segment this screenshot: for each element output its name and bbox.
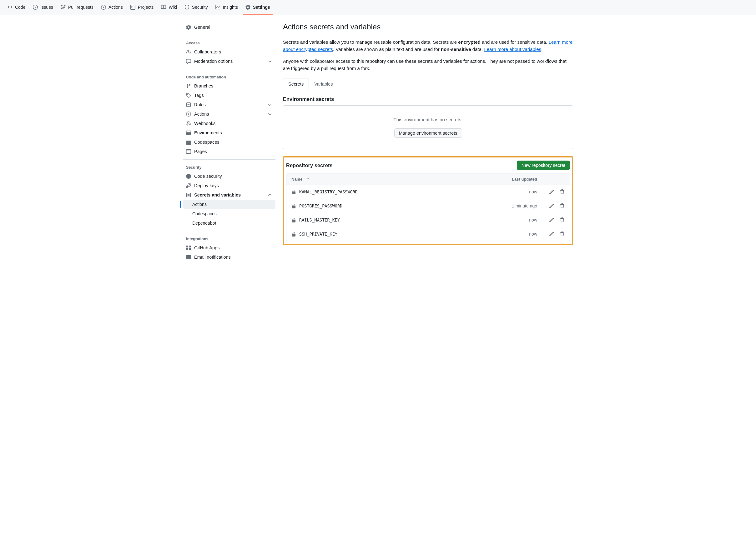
repo-nav-projects[interactable]: Projects bbox=[128, 0, 156, 15]
project-icon bbox=[130, 5, 135, 10]
secret-name: POSTGRES_PASSWORD bbox=[291, 204, 484, 209]
sidebar-heading: Access bbox=[183, 38, 275, 47]
manage-env-secrets-button[interactable]: Manage environment secrets bbox=[394, 128, 462, 138]
repo-nav-insights[interactable]: Insights bbox=[213, 0, 240, 15]
new-repo-secret-button[interactable]: New repository secret bbox=[517, 161, 570, 170]
repo-nav-wiki[interactable]: Wiki bbox=[159, 0, 179, 15]
repo-nav-security[interactable]: Security bbox=[182, 0, 210, 15]
repo-secrets-title: Repository secrets bbox=[286, 163, 333, 169]
gear-icon bbox=[245, 5, 250, 10]
sidebar-item-tags[interactable]: Tags bbox=[183, 91, 275, 100]
trash-icon[interactable] bbox=[560, 218, 565, 223]
sidebar-item-deploy-keys[interactable]: Deploy keys bbox=[183, 181, 275, 190]
secret-name: RAILS_MASTER_KEY bbox=[291, 218, 484, 223]
people-icon bbox=[186, 49, 191, 54]
repo-nav-issues[interactable]: Issues bbox=[30, 0, 55, 15]
chevron-up-icon bbox=[267, 193, 272, 198]
sidebar-item-moderation-options[interactable]: Moderation options bbox=[183, 57, 275, 66]
secret-actions bbox=[537, 232, 565, 237]
sidebar-item-collaborators[interactable]: Collaborators bbox=[183, 47, 275, 57]
sidebar-subitem-codespaces[interactable]: Codespaces bbox=[183, 209, 275, 219]
repo-nav-pull-requests[interactable]: Pull requests bbox=[58, 0, 96, 15]
secret-actions bbox=[537, 189, 565, 194]
repo-secrets-highlight: Repository secrets New repository secret… bbox=[283, 156, 573, 245]
codespaces-icon bbox=[186, 140, 191, 145]
tag-icon bbox=[186, 93, 191, 98]
trash-icon[interactable] bbox=[560, 232, 565, 237]
sidebar-subitem-actions[interactable]: Actions bbox=[183, 200, 275, 209]
sidebar-item-codespaces[interactable]: Codespaces bbox=[183, 138, 275, 147]
secret-updated: now bbox=[484, 189, 537, 194]
sidebar-item-general[interactable]: General bbox=[183, 23, 275, 32]
webhook-icon bbox=[186, 121, 191, 126]
pencil-icon[interactable] bbox=[549, 189, 554, 194]
settings-sidebar: General AccessCollaboratorsModeration op… bbox=[183, 23, 275, 262]
secret-updated: now bbox=[484, 218, 537, 223]
sidebar-heading: Integrations bbox=[183, 234, 275, 243]
browser-icon bbox=[186, 149, 191, 154]
sidebar-item-email-notifications[interactable]: Email notifications bbox=[183, 253, 275, 262]
link-variables[interactable]: Learn more about variables bbox=[484, 47, 541, 52]
secret-name: SSH_PRIVATE_KEY bbox=[291, 232, 484, 237]
table-row: POSTGRES_PASSWORD 1 minute ago bbox=[286, 199, 570, 213]
apps-icon bbox=[186, 245, 191, 250]
table-header: Name Last updated bbox=[286, 174, 570, 185]
sidebar-item-actions[interactable]: Actions bbox=[183, 109, 275, 119]
description-2: Anyone with collaborator access to this … bbox=[283, 58, 573, 72]
tab-variables[interactable]: Variables bbox=[309, 78, 338, 90]
table-row: RAILS_MASTER_KEY now bbox=[286, 213, 570, 227]
lock-icon bbox=[291, 190, 296, 194]
secret-actions bbox=[537, 204, 565, 209]
sidebar-item-secrets-and-variables[interactable]: Secrets and variables bbox=[183, 190, 275, 200]
repo-nav-settings[interactable]: Settings bbox=[243, 0, 273, 15]
lock-icon bbox=[291, 232, 296, 237]
sidebar-heading: Code and automation bbox=[183, 73, 275, 81]
pencil-icon[interactable] bbox=[549, 218, 554, 223]
chevron-down-icon bbox=[267, 59, 272, 64]
key-icon bbox=[186, 183, 191, 188]
sidebar-item-github-apps[interactable]: GitHub Apps bbox=[183, 243, 275, 253]
env-secrets-box: This environment has no secrets. Manage … bbox=[283, 105, 573, 149]
trash-icon[interactable] bbox=[560, 189, 565, 194]
lock-icon bbox=[291, 218, 296, 223]
secret-name: KAMAL_REGISTRY_PASSWORD bbox=[291, 189, 484, 194]
repo-nav-code[interactable]: Code bbox=[5, 0, 28, 15]
page-title: Actions secrets and variables bbox=[283, 23, 573, 34]
sidebar-item-pages[interactable]: Pages bbox=[183, 147, 275, 156]
issue-icon bbox=[33, 5, 38, 10]
sidebar-item-environments[interactable]: Environments bbox=[183, 128, 275, 138]
sidebar-item-webhooks[interactable]: Webhooks bbox=[183, 119, 275, 128]
sidebar-item-code-security[interactable]: Code security bbox=[183, 172, 275, 181]
play-icon bbox=[186, 112, 191, 117]
secret-updated: 1 minute ago bbox=[484, 204, 537, 209]
separator bbox=[183, 35, 275, 35]
sidebar-item-rules[interactable]: Rules bbox=[183, 100, 275, 109]
sidebar-subitem-dependabot[interactable]: Dependabot bbox=[183, 219, 275, 228]
col-name[interactable]: Name bbox=[291, 177, 484, 182]
book-icon bbox=[161, 5, 166, 10]
repo-nav-actions[interactable]: Actions bbox=[98, 0, 125, 15]
pr-icon bbox=[61, 5, 66, 10]
chevron-down-icon bbox=[267, 112, 272, 117]
trash-icon[interactable] bbox=[560, 204, 565, 209]
description-1: Secrets and variables allow you to manag… bbox=[283, 38, 573, 53]
lock-icon bbox=[291, 204, 296, 209]
comment-icon bbox=[186, 59, 191, 64]
separator bbox=[183, 69, 275, 69]
main-content: Actions secrets and variables Secrets an… bbox=[283, 23, 573, 262]
sidebar-label: General bbox=[194, 25, 210, 30]
pencil-icon[interactable] bbox=[549, 232, 554, 237]
secret-updated: now bbox=[484, 232, 537, 237]
graph-icon bbox=[215, 5, 220, 10]
tab-secrets[interactable]: Secrets bbox=[283, 78, 309, 90]
repo-nav: CodeIssuesPull requestsActionsProjectsWi… bbox=[0, 0, 756, 15]
table-row: KAMAL_REGISTRY_PASSWORD now bbox=[286, 185, 570, 199]
branch-icon bbox=[186, 83, 191, 88]
chevron-down-icon bbox=[267, 102, 272, 107]
sidebar-item-branches[interactable]: Branches bbox=[183, 81, 275, 91]
sidebar-heading: Security bbox=[183, 163, 275, 172]
col-updated: Last updated bbox=[484, 177, 537, 182]
pencil-icon[interactable] bbox=[549, 204, 554, 209]
separator bbox=[183, 159, 275, 160]
sort-icon bbox=[304, 177, 309, 182]
